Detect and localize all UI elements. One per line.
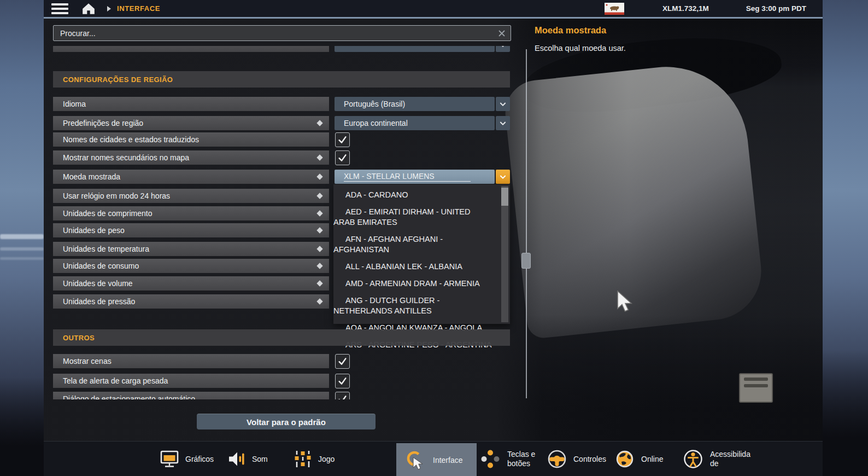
setting-row-nomes-secundarios: Mostrar nomes secundários no mapa [44,150,517,165]
section-header-region: CONFIGURAÇÕES DE REGIÃO [53,71,510,88]
dropdown-option[interactable]: AFN - AFGHAN AFGHANI - AFGHANISTAN [333,231,494,258]
tab-label: Som [252,455,268,463]
modified-diamond-icon [316,154,322,160]
reset-button-label: Voltar para o padrão [247,417,326,427]
clear-search-icon[interactable] [497,29,506,38]
accessibility-person-icon [682,448,704,470]
section-header-outros: OUTROS [53,329,510,346]
background-cloud-streak [0,257,44,260]
help-title: Moeda mostrada [535,25,606,36]
setting-label-bar[interactable]: Diálogo de estacionamento automático [53,392,329,399]
setting-row-idioma: Idioma Português (Brasil) [44,97,517,112]
setting-label-bar[interactable] [53,46,329,52]
setting-label: Diálogo de estacionamento automático [63,394,195,399]
setting-label: Nomes de cidades e estados traduzidos [63,135,199,144]
dropdown-value: Português (Brasil) [344,100,405,108]
setting-label: Tela de alerta de carga pesada [63,376,168,385]
tab-som[interactable]: Som [227,442,268,476]
chevron-down-icon[interactable] [496,46,510,52]
modified-diamond-icon [316,210,322,216]
tab-teclas-botoes[interactable]: Teclas e botões [479,442,535,476]
setting-label-bar[interactable]: Unidades de peso [53,223,329,237]
setting-label: Unidades de consumo [63,262,139,270]
dropdown-option[interactable]: ADA - CARDANO [333,187,494,204]
setting-label-bar[interactable]: Nomes de cidades e estados traduzidos [53,132,329,147]
checkbox-checked[interactable] [335,374,350,388]
setting-label-bar[interactable]: Mostrar nomes secundários no mapa [53,150,329,165]
graphics-monitor-icon [160,450,179,468]
setting-label-bar[interactable]: Mostrar cenas [53,354,329,368]
help-description: Escolha qual moeda usar. [535,44,626,53]
scrollbar-track[interactable] [526,49,527,398]
dropdown-predefinicoes[interactable]: Europa continental [335,116,495,130]
chevron-down-icon[interactable] [496,97,510,111]
breadcrumb[interactable]: INTERFACE [117,4,160,13]
setting-row-moeda: Moeda mostrada XLM - STELLAR LUMENS [44,170,517,184]
setting-label: Unidades de volume [63,279,133,288]
chevron-down-icon[interactable] [496,170,510,184]
checkbox-checked[interactable] [335,132,350,147]
home-icon[interactable] [81,3,96,15]
setting-label: Mostrar nomes secundários no mapa [63,153,189,162]
setting-row-mostrar-cenas: Mostrar cenas [44,354,517,369]
settings-scroll-area: CONFIGURAÇÕES DE REGIÃO Idioma Português… [44,46,517,399]
setting-label-bar[interactable]: Unidades de volume [53,276,329,291]
tab-online[interactable]: Online [614,442,663,476]
dropdown-scrollbar-track[interactable] [501,186,508,322]
tab-interface[interactable]: Interface [396,443,477,476]
reset-defaults-button[interactable]: Voltar para o padrão [197,414,376,429]
online-globe-icon [614,449,635,469]
dropdown-option[interactable]: ANG - DUTCH GUILDER - NETHERLANDS ANTILL… [333,292,494,320]
dropdown-scrollbar-thumb[interactable] [501,188,508,206]
setting-row-nomes-traduzidos: Nomes de cidades e estados traduzidos [44,132,517,147]
dropdown[interactable] [335,46,495,52]
setting-label-bar[interactable]: Usar relógio em modo 24 horas [53,189,329,203]
tab-label: Jogo [318,455,335,463]
checkbox-checked[interactable] [335,150,350,165]
tab-label: Interface [433,456,462,465]
checkbox-checked[interactable] [335,354,350,369]
section-title: CONFIGURAÇÕES DE REGIÃO [63,76,173,84]
modified-diamond-icon [316,246,322,252]
setting-label: Unidades de temperatura [63,245,149,253]
setting-label-bar[interactable]: Unidades de pressão [53,294,329,309]
setting-row-partial [44,46,517,53]
modified-diamond-icon [316,120,322,126]
setting-label-bar[interactable]: Moeda mostrada [53,170,329,184]
modified-diamond-icon [316,173,322,179]
setting-label-bar[interactable]: Unidades de comprimento [53,206,329,220]
checkbox-checked[interactable] [335,392,350,399]
tab-label: Gráficos [185,455,214,463]
dropdown-value: Europa continental [344,119,408,127]
setting-label: Usar relógio em modo 24 horas [63,191,170,200]
dropdown-option[interactable]: AMD - ARMENIAN DRAM - ARMENIA [333,275,494,292]
setting-label-bar[interactable]: Predefinições de região [53,116,329,130]
screen: INTERFACE XLM1.732,1M Seg 3:00 pm PDT Pr… [0,0,868,476]
search-placeholder: Procurar... [60,29,96,38]
topbar-separator [44,17,823,19]
bottom-tab-bar: Gráficos Som Jogo [44,441,823,476]
scrollbar-thumb[interactable] [521,253,531,269]
setting-label: Moeda mostrada [63,172,120,181]
tab-graficos[interactable]: Gráficos [160,442,214,476]
modified-diamond-icon [316,227,322,233]
dropdown-value: XLM - STELLAR LUMENS [344,172,471,182]
dropdown-option[interactable]: AED - EMIRATI DIRHAM - UNITED ARAB EMIRA… [333,204,494,231]
tab-acessibilidade[interactable]: Acessibilida de [682,442,750,476]
search-input[interactable]: Procurar... [53,25,511,41]
setting-label-bar[interactable]: Idioma [53,97,329,111]
setting-label-bar[interactable]: Tela de alerta de carga pesada [53,374,329,388]
top-bar: INTERFACE XLM1.732,1M Seg 3:00 pm PDT [44,0,823,17]
tab-label: Online [641,455,663,463]
dropdown-moeda-selected[interactable]: XLM - STELLAR LUMENS [335,170,495,184]
chevron-down-icon[interactable] [496,116,510,130]
setting-label-bar[interactable]: Unidades de consumo [53,259,329,273]
tab-jogo[interactable]: Jogo [294,442,335,476]
modified-diamond-icon [316,298,322,304]
dropdown-idioma[interactable]: Português (Brasil) [335,97,495,111]
tab-label: Acessibilida de [710,450,750,468]
menu-icon[interactable] [51,1,68,16]
setting-label-bar[interactable]: Unidades de temperatura [53,242,329,256]
dropdown-option[interactable]: ALL - ALBANIAN LEK - ALBANIA [333,258,494,275]
tab-controles[interactable]: Controles [547,442,606,476]
